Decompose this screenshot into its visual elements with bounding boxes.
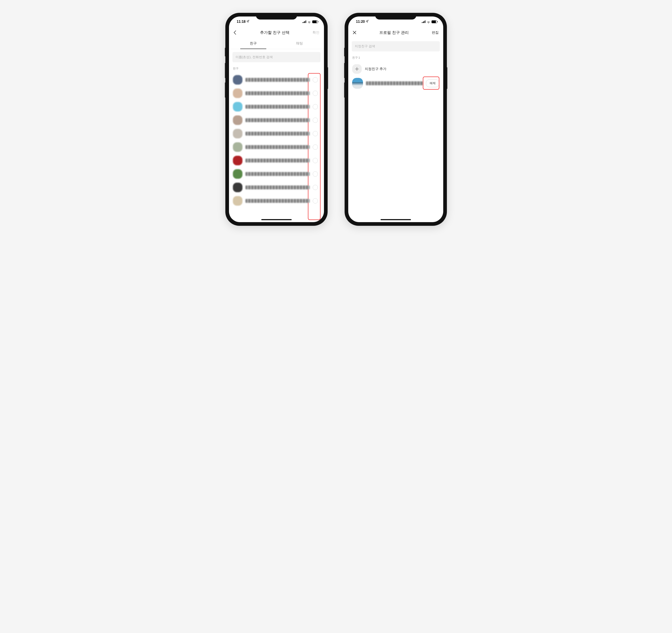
select-radio[interactable] [313,171,318,177]
tab-friends[interactable]: 친구 [230,38,277,49]
edit-button[interactable]: 편집 [429,30,439,35]
location-icon [366,20,369,24]
avatar[interactable] [352,78,363,89]
signal-icon [422,20,426,23]
select-radio[interactable] [313,144,318,150]
friend-row: 해제 [348,76,443,91]
friend-name-blurred [245,132,310,136]
wifi-icon [308,20,311,23]
status-time: 11:18 [237,20,246,24]
friend-name-blurred [245,105,310,109]
friend-name-blurred [245,118,310,122]
friend-name-blurred [245,145,310,149]
nav-bar: 프로필 친구 관리 편집 [348,27,443,38]
friend-row[interactable] [233,114,320,127]
avatar [233,142,242,152]
location-icon [246,20,249,24]
home-indicator[interactable] [381,219,411,220]
screen-left: 11:18 추가할 친구 선택 확인 친구 채팅 이름(초성), 전화번호 검색 [229,17,324,222]
friend-name-blurred [245,91,310,95]
avatar [233,102,242,112]
select-radio[interactable] [313,91,318,96]
remove-button[interactable]: 해제 [426,79,439,87]
confirm-button[interactable]: 확인 [310,30,319,35]
phone-right: 11:20 프로필 친구 관리 편집 지정친구 검색 친구 1 [345,13,447,226]
friend-name-blurred [245,172,310,176]
select-radio[interactable] [313,158,318,163]
friend-name-blurred [245,186,310,189]
wifi-icon [427,20,430,23]
tabs: 친구 채팅 [229,38,324,49]
avatar [233,196,242,206]
page-title: 프로필 친구 관리 [379,30,409,35]
avatar [233,183,242,192]
friend-name-blurred [245,159,310,163]
battery-icon [432,20,437,23]
avatar [233,156,242,165]
friend-name-blurred [366,81,423,85]
search-input[interactable]: 지정친구 검색 [352,41,440,51]
search-input[interactable]: 이름(초성), 전화번호 검색 [233,52,320,62]
select-radio[interactable] [313,104,318,109]
add-friend-row[interactable]: 지정친구 추가 [348,62,443,76]
select-radio[interactable] [313,118,318,123]
section-label: 친구 [229,65,324,73]
friend-row[interactable] [233,194,320,208]
friend-row[interactable] [233,100,320,114]
friend-name-blurred [245,78,310,82]
signal-icon [303,20,306,23]
battery-icon [312,20,318,23]
add-friend-label: 지정친구 추가 [365,67,386,71]
friend-row[interactable] [233,87,320,100]
tab-chat[interactable]: 채팅 [277,38,323,49]
close-button[interactable] [353,30,359,34]
avatar [233,115,242,125]
section-label: 친구 1 [348,54,443,62]
avatar [233,169,242,179]
avatar [233,75,242,85]
plus-icon [352,64,362,74]
phone-left: 11:18 추가할 친구 선택 확인 친구 채팅 이름(초성), 전화번호 검색 [225,13,328,226]
friend-row[interactable] [233,73,320,87]
select-radio[interactable] [313,77,318,83]
friend-list[interactable] [229,73,324,222]
back-button[interactable] [233,30,240,35]
select-radio[interactable] [313,198,318,204]
friend-row[interactable] [233,181,320,194]
nav-bar: 추가할 친구 선택 확인 [229,27,324,38]
select-radio[interactable] [313,185,318,190]
screen-right: 11:20 프로필 친구 관리 편집 지정친구 검색 친구 1 [348,17,443,222]
friend-name-blurred [245,199,310,203]
avatar [233,89,242,98]
friend-row[interactable] [233,167,320,181]
avatar [233,129,242,138]
select-radio[interactable] [313,131,318,136]
status-bar: 11:20 [348,17,443,27]
status-time: 11:20 [356,20,365,24]
friend-row[interactable] [233,140,320,154]
status-bar: 11:18 [229,17,324,27]
home-indicator[interactable] [261,219,292,220]
friend-row[interactable] [233,127,320,140]
page-title: 추가할 친구 선택 [260,30,289,35]
friend-row[interactable] [233,154,320,167]
